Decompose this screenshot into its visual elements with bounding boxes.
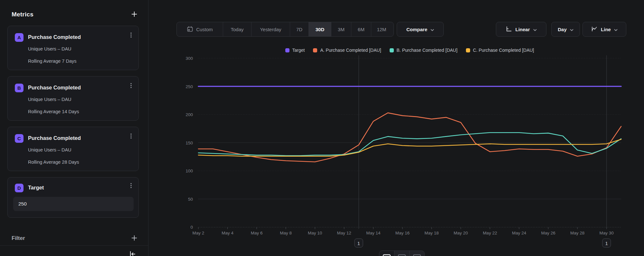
panel-plain-icon [413,254,421,256]
y-axis-label: 100 [185,169,193,173]
annotation-badge-label: 1 [357,241,360,246]
x-axis-label: May 4 [222,231,233,235]
x-axis-label: May 26 [541,231,555,235]
y-axis-label: 150 [185,141,193,145]
chart-view-toggle [379,251,425,256]
line-chart[interactable]: 050100150200250300May 2May 4May 6May 8Ma… [0,0,644,256]
series-line[interactable] [198,139,621,156]
view-toggle-split[interactable] [394,251,410,256]
x-axis-label: May 10 [308,231,322,235]
panel-icon [383,254,391,256]
x-axis-label: May 18 [424,231,439,235]
view-toggle-table[interactable] [410,251,424,256]
x-axis-label: May 12 [337,231,351,235]
x-axis-label: May 2 [193,231,204,235]
panel-split-icon [398,254,406,256]
y-axis-label: 50 [188,197,193,202]
x-axis-label: May 22 [483,231,497,235]
x-axis-label: May 8 [280,231,292,235]
metrics-dashboard: Metrics A Purchase Completed Unique User… [0,0,644,256]
x-axis-label: May 30 [600,231,614,235]
annotation-badge-label: 1 [605,241,608,246]
x-axis-label: May 24 [512,231,526,235]
x-axis-label: May 6 [251,231,263,235]
y-axis-label: 200 [185,112,193,117]
x-axis-label: May 20 [454,231,468,235]
y-axis-label: 250 [185,84,193,89]
x-axis-label: May 28 [570,231,584,235]
x-axis-label: May 14 [366,231,381,235]
series-line[interactable] [198,113,621,162]
y-axis-label: 300 [185,56,193,61]
view-toggle-full[interactable] [379,251,394,256]
x-axis-label: May 16 [395,231,410,235]
y-axis-label: 0 [190,225,193,230]
